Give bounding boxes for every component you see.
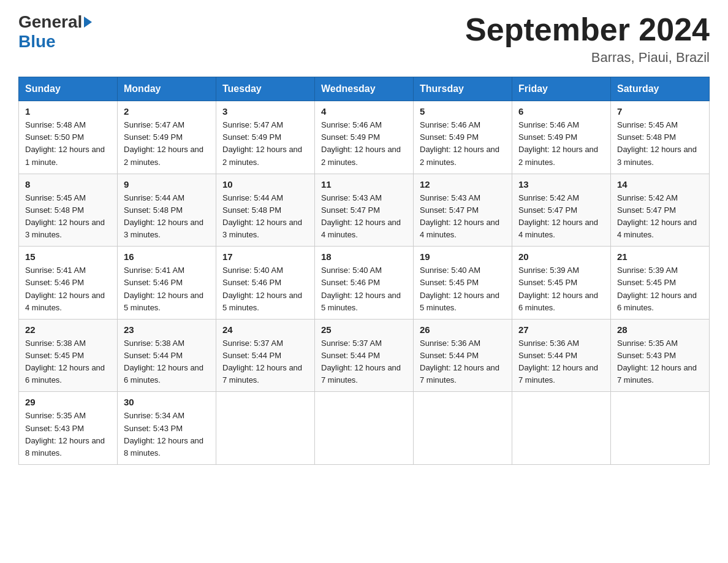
header-col-sunday: Sunday xyxy=(19,77,118,101)
calendar-cell: 10Sunrise: 5:44 AM Sunset: 5:48 PM Dayli… xyxy=(216,174,315,247)
day-info: Sunrise: 5:38 AM Sunset: 5:44 PM Dayligh… xyxy=(124,337,210,387)
day-number: 14 xyxy=(617,179,703,190)
day-number: 11 xyxy=(321,179,407,190)
day-number: 4 xyxy=(321,106,407,117)
calendar-cell: 7Sunrise: 5:45 AM Sunset: 5:48 PM Daylig… xyxy=(611,101,710,174)
logo-triangle-icon xyxy=(84,17,92,28)
day-number: 21 xyxy=(617,251,703,262)
header-col-thursday: Thursday xyxy=(414,77,512,101)
calendar-cell: 12Sunrise: 5:43 AM Sunset: 5:47 PM Dayli… xyxy=(414,174,512,247)
day-number: 6 xyxy=(518,106,604,117)
day-number: 3 xyxy=(222,106,308,117)
header-col-monday: Monday xyxy=(118,77,216,101)
day-info: Sunrise: 5:46 AM Sunset: 5:49 PM Dayligh… xyxy=(518,119,604,169)
calendar-cell: 26Sunrise: 5:36 AM Sunset: 5:44 PM Dayli… xyxy=(414,319,512,392)
day-number: 25 xyxy=(321,324,407,335)
day-info: Sunrise: 5:48 AM Sunset: 5:50 PM Dayligh… xyxy=(25,119,111,169)
day-info: Sunrise: 5:38 AM Sunset: 5:45 PM Dayligh… xyxy=(25,337,111,387)
header-col-tuesday: Tuesday xyxy=(216,77,315,101)
day-number: 19 xyxy=(420,251,506,262)
day-info: Sunrise: 5:40 AM Sunset: 5:46 PM Dayligh… xyxy=(321,264,407,314)
day-info: Sunrise: 5:41 AM Sunset: 5:46 PM Dayligh… xyxy=(124,264,210,314)
calendar-cell: 8Sunrise: 5:45 AM Sunset: 5:48 PM Daylig… xyxy=(19,174,118,247)
week-row-1: 1Sunrise: 5:48 AM Sunset: 5:50 PM Daylig… xyxy=(19,101,710,174)
title-area: September 2024 Barras, Piaui, Brazil xyxy=(465,12,710,66)
day-info: Sunrise: 5:47 AM Sunset: 5:49 PM Dayligh… xyxy=(222,119,308,169)
day-info: Sunrise: 5:35 AM Sunset: 5:43 PM Dayligh… xyxy=(25,410,111,459)
day-number: 17 xyxy=(222,251,308,262)
day-number: 13 xyxy=(518,179,604,190)
header-col-friday: Friday xyxy=(512,77,611,101)
day-number: 8 xyxy=(25,179,111,190)
calendar-cell xyxy=(611,392,710,465)
logo: General Blue xyxy=(18,12,92,52)
calendar-cell: 1Sunrise: 5:48 AM Sunset: 5:50 PM Daylig… xyxy=(19,101,118,174)
header: General Blue September 2024 Barras, Piau… xyxy=(18,12,710,66)
calendar-cell xyxy=(315,392,414,465)
calendar-cell: 28Sunrise: 5:35 AM Sunset: 5:43 PM Dayli… xyxy=(611,319,710,392)
day-info: Sunrise: 5:44 AM Sunset: 5:48 PM Dayligh… xyxy=(222,192,308,242)
day-info: Sunrise: 5:39 AM Sunset: 5:45 PM Dayligh… xyxy=(518,264,604,314)
calendar-cell: 9Sunrise: 5:44 AM Sunset: 5:48 PM Daylig… xyxy=(118,174,216,247)
calendar-cell: 23Sunrise: 5:38 AM Sunset: 5:44 PM Dayli… xyxy=(118,319,216,392)
calendar-cell: 30Sunrise: 5:34 AM Sunset: 5:43 PM Dayli… xyxy=(118,392,216,465)
calendar-cell: 17Sunrise: 5:40 AM Sunset: 5:46 PM Dayli… xyxy=(216,247,315,320)
calendar-cell: 2Sunrise: 5:47 AM Sunset: 5:49 PM Daylig… xyxy=(118,101,216,174)
day-number: 16 xyxy=(124,251,210,262)
day-info: Sunrise: 5:44 AM Sunset: 5:48 PM Dayligh… xyxy=(124,192,210,242)
day-number: 26 xyxy=(420,324,506,335)
day-info: Sunrise: 5:43 AM Sunset: 5:47 PM Dayligh… xyxy=(321,192,407,242)
day-info: Sunrise: 5:36 AM Sunset: 5:44 PM Dayligh… xyxy=(518,337,604,387)
day-info: Sunrise: 5:45 AM Sunset: 5:48 PM Dayligh… xyxy=(25,192,111,242)
calendar-title: September 2024 xyxy=(465,12,710,47)
calendar-cell: 27Sunrise: 5:36 AM Sunset: 5:44 PM Dayli… xyxy=(512,319,611,392)
day-info: Sunrise: 5:47 AM Sunset: 5:49 PM Dayligh… xyxy=(124,119,210,169)
calendar-cell: 13Sunrise: 5:42 AM Sunset: 5:47 PM Dayli… xyxy=(512,174,611,247)
calendar-cell: 20Sunrise: 5:39 AM Sunset: 5:45 PM Dayli… xyxy=(512,247,611,320)
day-number: 30 xyxy=(124,397,210,407)
calendar-cell xyxy=(216,392,315,465)
day-number: 23 xyxy=(124,324,210,335)
week-row-4: 22Sunrise: 5:38 AM Sunset: 5:45 PM Dayli… xyxy=(19,319,710,392)
day-number: 18 xyxy=(321,251,407,262)
day-info: Sunrise: 5:36 AM Sunset: 5:44 PM Dayligh… xyxy=(420,337,506,387)
calendar-cell: 16Sunrise: 5:41 AM Sunset: 5:46 PM Dayli… xyxy=(118,247,216,320)
day-number: 12 xyxy=(420,179,506,190)
calendar-cell: 3Sunrise: 5:47 AM Sunset: 5:49 PM Daylig… xyxy=(216,101,315,174)
day-number: 24 xyxy=(222,324,308,335)
calendar-table: SundayMondayTuesdayWednesdayThursdayFrid… xyxy=(18,77,710,465)
day-info: Sunrise: 5:46 AM Sunset: 5:49 PM Dayligh… xyxy=(420,119,506,169)
day-info: Sunrise: 5:35 AM Sunset: 5:43 PM Dayligh… xyxy=(617,337,703,387)
week-row-5: 29Sunrise: 5:35 AM Sunset: 5:43 PM Dayli… xyxy=(19,392,710,465)
day-number: 20 xyxy=(518,251,604,262)
day-info: Sunrise: 5:37 AM Sunset: 5:44 PM Dayligh… xyxy=(321,337,407,387)
day-info: Sunrise: 5:42 AM Sunset: 5:47 PM Dayligh… xyxy=(518,192,604,242)
day-info: Sunrise: 5:41 AM Sunset: 5:46 PM Dayligh… xyxy=(25,264,111,314)
day-info: Sunrise: 5:46 AM Sunset: 5:49 PM Dayligh… xyxy=(321,119,407,169)
day-info: Sunrise: 5:43 AM Sunset: 5:47 PM Dayligh… xyxy=(420,192,506,242)
logo-blue-text: Blue xyxy=(18,32,56,51)
day-number: 22 xyxy=(25,324,111,335)
logo-general-text: General xyxy=(18,12,82,32)
day-number: 2 xyxy=(124,106,210,117)
day-number: 9 xyxy=(124,179,210,190)
day-info: Sunrise: 5:37 AM Sunset: 5:44 PM Dayligh… xyxy=(222,337,308,387)
calendar-subtitle: Barras, Piaui, Brazil xyxy=(465,50,710,66)
day-info: Sunrise: 5:42 AM Sunset: 5:47 PM Dayligh… xyxy=(617,192,703,242)
day-number: 5 xyxy=(420,106,506,117)
day-info: Sunrise: 5:34 AM Sunset: 5:43 PM Dayligh… xyxy=(124,410,210,459)
calendar-cell: 19Sunrise: 5:40 AM Sunset: 5:45 PM Dayli… xyxy=(414,247,512,320)
day-number: 28 xyxy=(617,324,703,335)
day-number: 10 xyxy=(222,179,308,190)
day-number: 15 xyxy=(25,251,111,262)
calendar-cell: 21Sunrise: 5:39 AM Sunset: 5:45 PM Dayli… xyxy=(611,247,710,320)
calendar-cell: 22Sunrise: 5:38 AM Sunset: 5:45 PM Dayli… xyxy=(19,319,118,392)
day-number: 27 xyxy=(518,324,604,335)
calendar-cell: 15Sunrise: 5:41 AM Sunset: 5:46 PM Dayli… xyxy=(19,247,118,320)
day-info: Sunrise: 5:45 AM Sunset: 5:48 PM Dayligh… xyxy=(617,119,703,169)
calendar-cell: 5Sunrise: 5:46 AM Sunset: 5:49 PM Daylig… xyxy=(414,101,512,174)
day-info: Sunrise: 5:40 AM Sunset: 5:46 PM Dayligh… xyxy=(222,264,308,314)
day-number: 7 xyxy=(617,106,703,117)
calendar-cell: 14Sunrise: 5:42 AM Sunset: 5:47 PM Dayli… xyxy=(611,174,710,247)
day-info: Sunrise: 5:39 AM Sunset: 5:45 PM Dayligh… xyxy=(617,264,703,314)
